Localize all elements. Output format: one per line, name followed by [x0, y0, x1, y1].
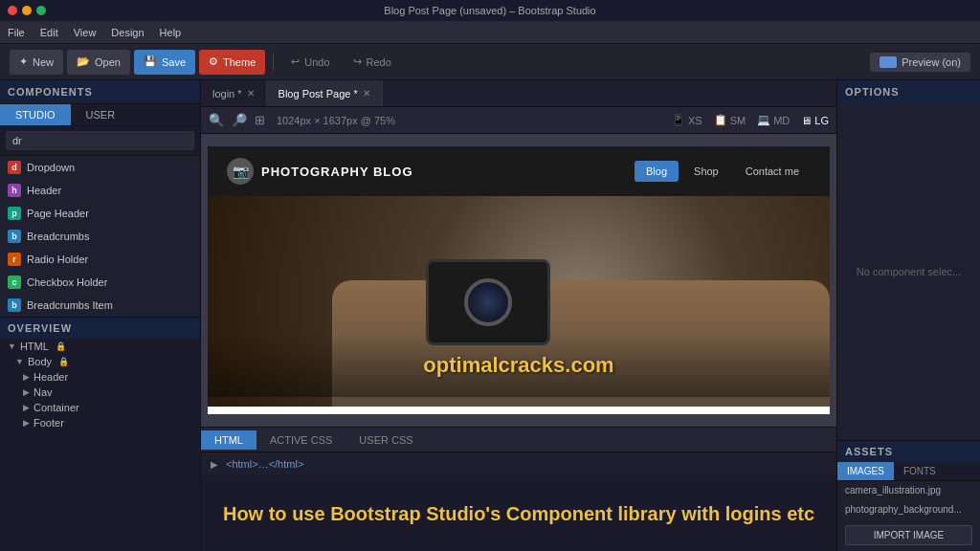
list-item[interactable]: b Breadcrumbs Item — [0, 294, 200, 317]
menu-design[interactable]: Design — [111, 27, 144, 38]
tab-active-css[interactable]: ACTIVE CSS — [256, 430, 345, 450]
assets-section: ASSETS IMAGES FONTS camera_illustration.… — [837, 440, 980, 551]
studio-user-tabs: STUDIO USER — [0, 104, 200, 126]
tabs-bar: login * ✕ Blog Post Page * ✕ — [201, 80, 836, 107]
grid-icon[interactable]: ⊞ — [255, 113, 265, 127]
tab-close-icon[interactable]: ✕ — [363, 88, 370, 99]
radio-icon: r — [8, 253, 21, 266]
open-button[interactable]: 📂 Open — [67, 50, 130, 75]
main-layout: COMPONENTS STUDIO USER d Dropdown h Head… — [0, 80, 980, 551]
overview-panel: OVERVIEW ▼ HTML 🔒 ▼ Body 🔒 ▶ Header ▶ Na… — [0, 317, 200, 551]
nav-shop[interactable]: Shop — [682, 161, 730, 182]
tab-fonts[interactable]: FONTS — [894, 462, 946, 480]
menu-view[interactable]: View — [74, 27, 97, 38]
tab-user[interactable]: USER — [71, 104, 131, 125]
tab-close-icon[interactable]: ✕ — [247, 88, 255, 99]
list-item[interactable]: c Checkbox Holder — [0, 271, 200, 294]
component-search-input[interactable] — [6, 131, 194, 150]
list-item[interactable]: r Radio Holder — [0, 248, 200, 271]
zoom-out-icon[interactable]: 🔍 — [209, 113, 224, 127]
tab-user-css[interactable]: USER CSS — [345, 430, 426, 450]
resp-xs[interactable]: 📱 XS — [672, 114, 702, 126]
tab-images[interactable]: IMAGES — [837, 462, 894, 480]
theme-button[interactable]: ⚙ Theme — [199, 50, 265, 75]
save-icon: 💾 — [144, 55, 157, 68]
import-image-button[interactable]: IMPORT IMAGE — [845, 525, 972, 545]
menu-bar: File Edit View Design Help — [0, 21, 980, 44]
undo-icon: ↩ — [291, 55, 300, 68]
tab-studio[interactable]: STUDIO — [0, 104, 71, 125]
canvas-size-text: 1024px × 1637px @ 75% — [277, 115, 395, 126]
toolbar: ✦ New 📂 Open 💾 Save ⚙ Theme ↩ Undo ↪ Red… — [0, 44, 980, 80]
component-label: Dropdown — [27, 162, 75, 173]
bottom-tabs: HTML ACTIVE CSS USER CSS — [201, 428, 836, 452]
canvas-frame: 📷 PHOTOGRAPHY BLOG Blog Shop Contact me — [208, 146, 830, 414]
maximize-dot[interactable] — [36, 6, 46, 15]
breadcrumbs-item-icon: b — [8, 298, 21, 312]
laptop-icon: 💻 — [757, 114, 770, 126]
tab-blog-post[interactable]: Blog Post Page * ✕ — [267, 80, 383, 106]
site-logo-text: PHOTOGRAPHY BLOG — [261, 165, 413, 179]
list-item[interactable]: p Page Header — [0, 202, 200, 225]
toolbar-separator — [273, 53, 274, 72]
menu-file[interactable]: File — [8, 27, 25, 38]
nav-blog[interactable]: Blog — [635, 161, 679, 182]
asset-item[interactable]: camera_illustration.jpg — [837, 481, 980, 500]
list-item[interactable]: h Header — [0, 179, 200, 202]
camera-lens — [464, 278, 512, 326]
no-component-text: No component selec... — [857, 266, 961, 277]
overlay-text: optimalcracks.com — [227, 353, 811, 378]
tree-item-footer[interactable]: ▶ Footer — [0, 415, 200, 430]
expand-icon[interactable]: ▶ — [211, 459, 218, 470]
resp-md[interactable]: 💻 MD — [757, 114, 790, 126]
resp-lg[interactable]: 🖥 LG — [801, 115, 829, 126]
checkbox-icon: c — [8, 276, 21, 289]
nav-contact[interactable]: Contact me — [734, 161, 811, 182]
undo-button[interactable]: ↩ Undo — [281, 50, 339, 75]
new-button[interactable]: ✦ New — [10, 50, 63, 75]
menu-edit[interactable]: Edit — [40, 27, 58, 38]
camera-logo-icon: 📷 — [227, 158, 254, 185]
component-label: Page Header — [27, 208, 89, 219]
tab-html[interactable]: HTML — [201, 430, 256, 450]
preview-icon — [880, 56, 897, 68]
menu-help[interactable]: Help — [160, 27, 182, 38]
html-tree-row: ▶ <html>…</html> — [201, 452, 836, 475]
site-image-area: optimalcracks.com — [208, 196, 830, 407]
tree-item-body[interactable]: ▼ Body 🔒 — [0, 354, 200, 369]
site-nav: Blog Shop Contact me — [635, 161, 811, 182]
list-item[interactable]: d Dropdown — [0, 156, 200, 179]
component-label: Breadcrumbs — [27, 231, 89, 242]
save-button[interactable]: 💾 Save — [134, 50, 195, 75]
left-panel: COMPONENTS STUDIO USER d Dropdown h Head… — [0, 80, 201, 551]
new-icon: ✦ — [19, 55, 28, 68]
tree-item-header[interactable]: ▶ Header — [0, 369, 200, 385]
tree-label: Nav — [33, 386, 53, 398]
theme-icon: ⚙ — [209, 55, 218, 68]
component-list: d Dropdown h Header p Page Header b Brea… — [0, 156, 200, 317]
tab-login[interactable]: login * ✕ — [201, 80, 267, 106]
chevron-down-icon: ▼ — [15, 357, 24, 366]
component-label: Header — [27, 185, 61, 196]
minimize-dot[interactable] — [22, 6, 32, 15]
tree-label: Body — [28, 356, 52, 367]
asset-item[interactable]: photography_background... — [837, 500, 980, 519]
tree-label: Footer — [33, 417, 64, 429]
tree-item-nav[interactable]: ▶ Nav — [0, 385, 200, 400]
close-dot[interactable] — [8, 6, 17, 15]
site-image-overlay: optimalcracks.com — [208, 334, 830, 397]
resp-sm[interactable]: 📋 SM — [714, 114, 746, 126]
chevron-right-icon: ▶ — [23, 403, 30, 412]
zoom-in-icon[interactable]: 🔎 — [232, 113, 247, 127]
monitor-icon: 🖥 — [801, 115, 812, 126]
tree-item-html[interactable]: ▼ HTML 🔒 — [0, 339, 200, 354]
canvas-toolbar: 🔍 🔎 ⊞ 1024px × 1637px @ 75% 📱 XS 📋 SM 💻 … — [201, 107, 836, 134]
tree-item-container[interactable]: ▶ Container — [0, 400, 200, 415]
assets-tabs: IMAGES FONTS — [837, 462, 980, 481]
dropdown-icon: d — [8, 161, 21, 174]
list-item[interactable]: b Breadcrumbs — [0, 225, 200, 248]
chevron-right-icon: ▶ — [23, 387, 30, 397]
preview-button[interactable]: Preview (on) — [870, 53, 970, 72]
components-header: COMPONENTS — [0, 80, 200, 104]
redo-button[interactable]: ↪ Redo — [344, 50, 401, 75]
